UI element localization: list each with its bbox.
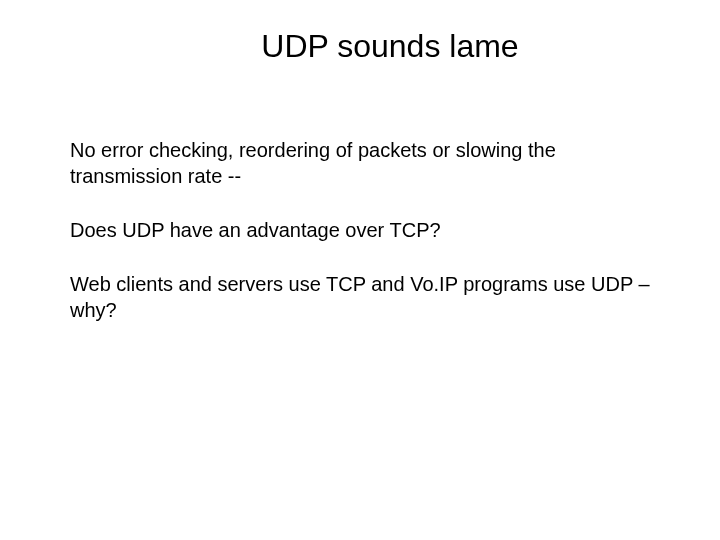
slide-body: No error checking, reordering of packets…: [70, 137, 650, 323]
paragraph: Web clients and servers use TCP and Vo.I…: [70, 271, 650, 323]
paragraph: Does UDP have an advantage over TCP?: [70, 217, 650, 243]
slide-title: UDP sounds lame: [130, 28, 650, 65]
paragraph: No error checking, reordering of packets…: [70, 137, 650, 189]
slide-container: UDP sounds lame No error checking, reord…: [0, 0, 720, 540]
